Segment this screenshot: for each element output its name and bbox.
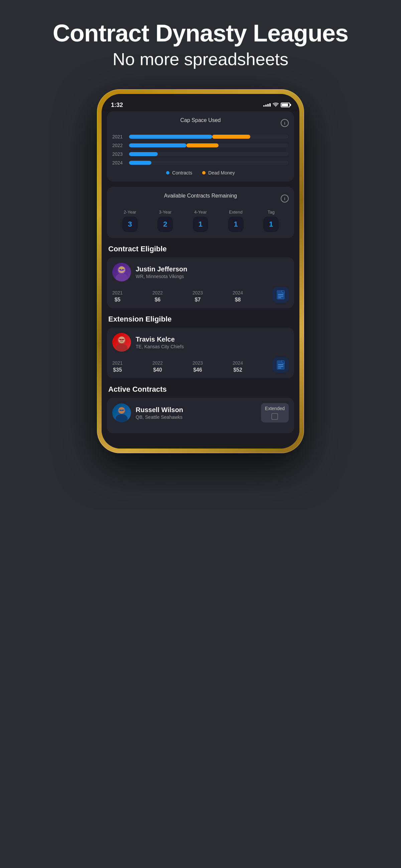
screen-content: Cap Space Used i 2021 2022	[101, 111, 300, 448]
cy-amount-2021-tk: $35	[113, 367, 122, 373]
svg-point-4	[123, 269, 124, 270]
contract-types-row: 2-Year 3 3-Year 2 4-Year 1 Extend 1	[112, 210, 289, 232]
available-contracts-title-row: Available Contracts Remaining i	[112, 193, 289, 204]
dead-money-dot	[202, 171, 206, 175]
contract-badge-2year[interactable]: 3	[122, 217, 138, 232]
year-row-2023: 2023	[112, 151, 289, 157]
player-pos-tk: TE, Kansas City Chiefs	[136, 344, 184, 349]
extended-badge-rw: Extended	[261, 403, 289, 423]
player-card-travis-kelce: Travis Kelce TE, Kansas City Chiefs 2021…	[107, 328, 294, 378]
wifi-icon	[273, 103, 279, 107]
status-time: 1:32	[111, 102, 123, 108]
dead-money-label: Dead Money	[208, 170, 235, 176]
year-row-2022: 2022	[112, 143, 289, 148]
contract-years-tk: 2021 $35 2022 $40 2023 $46 2024 $52	[112, 357, 289, 373]
contract-type-label-tag: Tag	[268, 210, 275, 215]
svg-point-1	[116, 273, 128, 281]
phone-notch	[174, 94, 227, 106]
legend-contracts: Contracts	[166, 170, 192, 176]
contract-action-tk[interactable]	[273, 357, 289, 373]
extended-label-rw: Extended	[265, 406, 285, 411]
page-subtitle: No more spreadsheets	[53, 49, 348, 69]
player-name-jj: Justin Jefferson	[136, 266, 187, 273]
contract-years-jj: 2021 $5 2022 $6 2023 $7 2024 $8	[112, 287, 289, 303]
contract-type-label-extend: Extend	[229, 210, 242, 215]
phone-inner: 1:32	[101, 94, 300, 448]
avatar-justin-jefferson	[112, 263, 131, 281]
cy-amount-2023-jj: $7	[195, 297, 201, 303]
cap-space-title: Cap Space Used	[181, 117, 221, 123]
avatar-travis-kelce	[112, 333, 131, 351]
cap-space-title-row: Cap Space Used i	[112, 117, 289, 129]
available-contracts-info-button[interactable]: i	[281, 194, 289, 203]
svg-rect-17	[278, 368, 281, 368]
page-header: Contract Dynasty Leagues No more spreads…	[53, 20, 348, 69]
contract-type-3year: 3-Year 2	[157, 210, 173, 232]
cap-space-card: Cap Space Used i 2021 2022	[107, 111, 294, 182]
cy-amount-2022-jj: $6	[155, 297, 161, 303]
contract-type-extend: Extend 1	[228, 210, 244, 232]
contract-year-2022-jj: 2022 $6	[152, 290, 163, 303]
cy-amount-2021-jj: $5	[115, 297, 121, 303]
svg-rect-15	[278, 364, 283, 365]
cy-year-2024-tk: 2024	[233, 360, 243, 366]
contract-action-jj[interactable]	[273, 287, 289, 303]
cy-amount-2024-tk: $52	[233, 367, 242, 373]
year-label-2021: 2021	[112, 134, 126, 140]
status-icons	[263, 103, 290, 107]
player-header-jj: Justin Jefferson WR, Minnesota Vikings	[112, 263, 289, 281]
contract-year-2021-tk: 2021 $35	[112, 360, 123, 373]
phone-frame: 1:32	[97, 89, 304, 453]
contract-badge-tag[interactable]: 1	[263, 217, 279, 232]
player-pos-jj: WR, Minnesota Vikings	[136, 274, 187, 279]
bar-container-2022	[129, 144, 289, 147]
bar-container-2024	[129, 161, 289, 165]
contract-badge-3year[interactable]: 2	[157, 217, 173, 232]
contracts-dot	[166, 171, 169, 175]
contracts-label: Contracts	[172, 170, 192, 176]
contract-doc-icon-tk	[276, 360, 285, 370]
player-info-jj: Justin Jefferson WR, Minnesota Vikings	[136, 266, 187, 279]
cap-space-info-button[interactable]: i	[281, 119, 289, 127]
contract-badge-4year[interactable]: 1	[193, 217, 208, 232]
player-card-russell-wilson: Russell Wilson QB, Seattle Seahawks Exte…	[107, 398, 294, 433]
svg-point-12	[120, 339, 121, 340]
svg-point-21	[120, 410, 121, 411]
contract-year-2023-jj: 2023 $7	[192, 290, 203, 303]
player-header-tk: Travis Kelce TE, Kansas City Chiefs	[112, 333, 289, 351]
contract-type-label-4year: 4-Year	[194, 210, 207, 215]
year-label-2022: 2022	[112, 143, 126, 148]
player-name-rw: Russell Wilson	[136, 406, 183, 414]
svg-point-19	[116, 414, 128, 422]
player-info-tk: Travis Kelce TE, Kansas City Chiefs	[136, 336, 184, 349]
svg-point-3	[120, 269, 121, 270]
svg-point-13	[123, 339, 124, 340]
contract-type-4year: 4-Year 1	[193, 210, 208, 232]
available-contracts-card: Available Contracts Remaining i 2-Year 3…	[107, 187, 294, 238]
contract-doc-icon-jj	[276, 289, 285, 300]
svg-rect-16	[278, 366, 283, 367]
contract-type-2year: 2-Year 3	[122, 210, 138, 232]
available-contracts-title: Available Contracts Remaining	[164, 193, 237, 199]
year-label-2023: 2023	[112, 151, 126, 157]
svg-rect-8	[278, 298, 281, 298]
player-pos-rw: QB, Seattle Seahawks	[136, 414, 183, 420]
svg-rect-7	[278, 296, 283, 297]
cy-amount-2024-jj: $8	[235, 297, 241, 303]
contract-type-tag: Tag 1	[263, 210, 279, 232]
player-card-justin-jefferson: Justin Jefferson WR, Minnesota Vikings 2…	[107, 257, 294, 308]
contract-badge-extend[interactable]: 1	[228, 217, 244, 232]
cy-year-2021-tk: 2021	[112, 360, 123, 366]
extended-checkbox-rw[interactable]	[271, 413, 278, 420]
page-title: Contract Dynasty Leagues	[53, 20, 348, 46]
cy-amount-2022-tk: $40	[153, 367, 162, 373]
bar-container-2021	[129, 135, 289, 139]
player-info-rw: Russell Wilson QB, Seattle Seahawks	[136, 406, 183, 420]
cy-year-2024-jj: 2024	[233, 290, 243, 296]
contract-year-2021-jj: 2021 $5	[112, 290, 123, 303]
cy-year-2022-jj: 2022	[152, 290, 163, 296]
contract-type-label-2year: 2-Year	[124, 210, 136, 215]
year-row-2024: 2024	[112, 160, 289, 165]
contract-year-2023-tk: 2023 $46	[192, 360, 203, 373]
svg-rect-6	[278, 294, 283, 295]
